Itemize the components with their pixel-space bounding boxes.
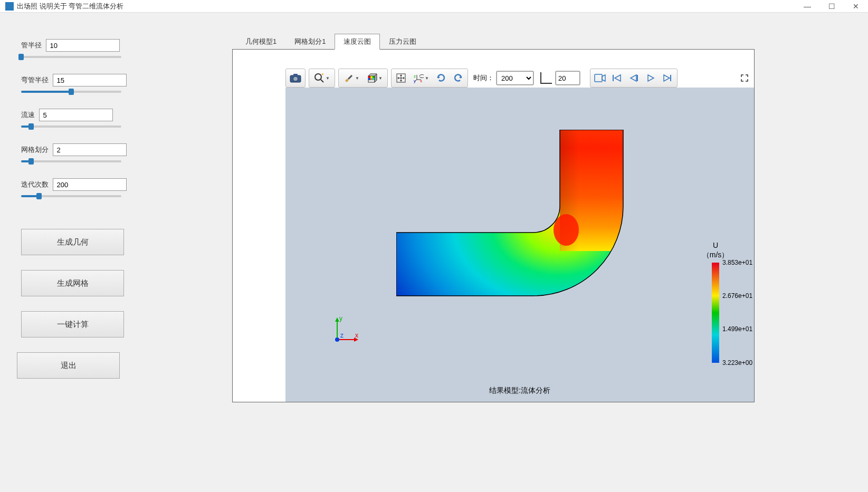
svg-point-28: [335, 337, 339, 342]
generate-mesh-button[interactable]: 生成网格: [21, 270, 124, 296]
svg-point-23: [554, 214, 579, 246]
svg-rect-9: [373, 76, 375, 78]
legend-tick: 2.676e+01: [722, 292, 752, 300]
legend-title-1: U: [692, 240, 739, 250]
svg-text:x: x: [420, 79, 422, 83]
axis-rotate-icon[interactable]: zxy ▼: [409, 70, 433, 86]
view-area: 几何模型1 网格划分1 速度云图 压力云图 ▼: [169, 13, 868, 492]
param-iterations: 迭代次数: [21, 178, 148, 197]
svg-text:z: z: [340, 332, 344, 339]
mesh-input[interactable]: [53, 143, 127, 156]
svg-line-4: [321, 80, 323, 82]
svg-rect-1: [293, 74, 298, 76]
minimize-button[interactable]: —: [795, 0, 819, 13]
generate-geometry-button[interactable]: 生成几何: [21, 229, 124, 255]
angle-icon: [540, 72, 552, 84]
svg-rect-8: [370, 76, 373, 78]
step-spinner[interactable]: [556, 71, 580, 85]
zoom-icon[interactable]: ▼: [310, 70, 333, 86]
iterations-slider[interactable]: [21, 195, 121, 197]
titlebar: 出场照 说明关于 弯管二维流体分析 — ☐ ✕: [0, 0, 868, 13]
axis-triad: y x z: [329, 314, 360, 346]
svg-text:y: y: [339, 315, 342, 322]
time-label: 时间：: [473, 73, 494, 83]
legend-title-2: （m/s）: [692, 250, 739, 259]
iterations-input[interactable]: [53, 178, 127, 191]
one-click-calc-button[interactable]: 一键计算: [21, 311, 124, 337]
tab-bar: 几何模型1 网格划分1 速度云图 压力云图: [236, 34, 836, 50]
brush-icon[interactable]: ▼: [340, 70, 363, 86]
legend-tick: 3.853e+01: [722, 259, 752, 266]
svg-rect-20: [670, 75, 671, 81]
svg-rect-17: [595, 74, 602, 82]
velocity-slider[interactable]: [21, 126, 121, 128]
step-back-icon[interactable]: [625, 70, 642, 86]
svg-rect-10: [368, 78, 370, 80]
legend-tick: 1.499e+01: [722, 325, 752, 333]
param-label: 流速: [21, 110, 35, 120]
velocity-contour-plot: [396, 130, 628, 362]
tab-velocity[interactable]: 速度云图: [335, 34, 380, 50]
param-label: 管半径: [21, 41, 42, 50]
expand-icon[interactable]: [736, 70, 753, 86]
cube-icon[interactable]: ▼: [363, 70, 386, 86]
video-icon[interactable]: [592, 70, 608, 86]
play-icon[interactable]: [642, 70, 659, 86]
param-label: 网格划分: [21, 145, 49, 155]
pipe-radius-input[interactable]: [46, 39, 120, 52]
maximize-button[interactable]: ☐: [819, 0, 844, 13]
param-label: 弯管半径: [21, 75, 49, 85]
viewer-toolbar: ▼ ▼ ▼: [285, 69, 754, 88]
svg-text:x: x: [355, 332, 358, 339]
step-forward-icon[interactable]: [659, 70, 676, 86]
tab-mesh[interactable]: 网格划分1: [285, 34, 335, 50]
param-pipe-radius: 管半径: [21, 39, 148, 58]
svg-rect-12: [373, 78, 375, 80]
canvas-frame: ▼ ▼ ▼: [232, 49, 755, 402]
legend-tick: 3.223e+00: [722, 359, 752, 366]
param-mesh: 网格划分: [21, 143, 148, 162]
tab-pressure[interactable]: 压力云图: [380, 34, 425, 50]
app-icon: [5, 2, 14, 11]
svg-rect-7: [368, 76, 370, 78]
parameter-sidebar: 管半径 弯管半径 流速 网格划分: [0, 13, 169, 492]
param-bend-radius: 弯管半径: [21, 74, 148, 93]
bend-radius-slider[interactable]: [21, 91, 121, 93]
camera-icon[interactable]: [287, 70, 304, 86]
rotate-ccw-icon[interactable]: [450, 70, 466, 86]
close-button[interactable]: ✕: [844, 0, 868, 13]
velocity-input[interactable]: [39, 109, 113, 121]
window-controls: — ☐ ✕: [795, 0, 868, 13]
svg-rect-19: [637, 75, 638, 81]
title-text: 出场照 说明关于 弯管二维流体分析: [17, 2, 123, 11]
visualization-viewport[interactable]: y x z U （m/s） 3.853e+01 2.676e+01 1.499e: [285, 88, 754, 402]
exit-button[interactable]: 退出: [17, 352, 120, 379]
svg-rect-11: [370, 78, 373, 80]
tab-geometry[interactable]: 几何模型1: [236, 34, 285, 50]
skip-back-icon[interactable]: [608, 70, 625, 86]
svg-point-2: [293, 76, 298, 81]
move-icon[interactable]: [393, 70, 409, 86]
pipe-radius-slider[interactable]: [21, 56, 121, 58]
rotate-cw-icon[interactable]: [433, 70, 450, 86]
param-velocity: 流速: [21, 109, 148, 128]
mesh-slider[interactable]: [21, 160, 121, 162]
svg-point-3: [315, 74, 321, 80]
time-select[interactable]: 200: [497, 71, 533, 85]
result-caption: 结果模型:流体分析: [285, 386, 754, 395]
svg-text:z: z: [414, 74, 416, 79]
svg-rect-18: [613, 75, 614, 81]
param-label: 迭代次数: [21, 180, 49, 189]
legend-colorbar: 3.853e+01 2.676e+01 1.499e+01 3.223e+00: [712, 263, 719, 363]
color-legend: U （m/s） 3.853e+01 2.676e+01 1.499e+01 3.…: [692, 240, 739, 363]
bend-radius-input[interactable]: [53, 74, 127, 86]
svg-line-5: [348, 75, 352, 79]
